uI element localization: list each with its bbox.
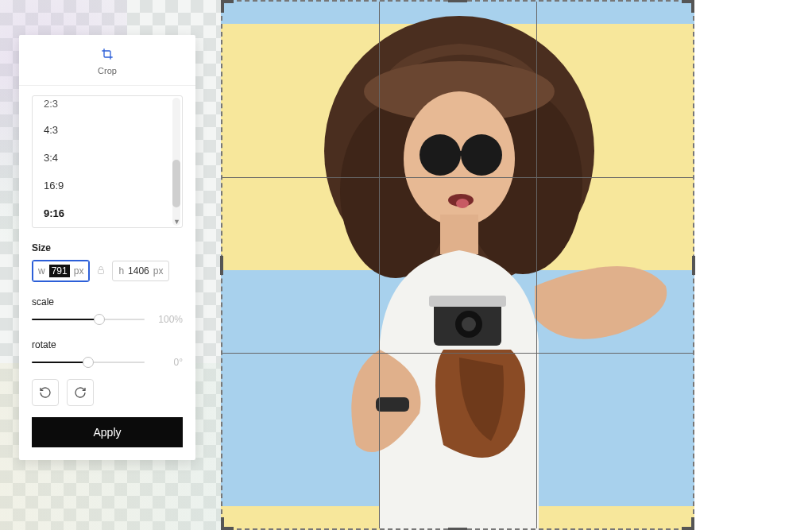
crop-rectangle[interactable] [221,0,694,530]
crop-handle-br[interactable] [682,517,694,530]
ratio-option-2-3[interactable]: 2:3 [33,96,182,116]
crop-handle-tr[interactable] [682,0,694,13]
rotate-slider[interactable]: 0° [32,357,183,368]
w-prefix: w [38,265,45,277]
grid-line-h1 [222,177,693,178]
crop-handle-l[interactable] [220,256,223,275]
svg-rect-16 [99,269,104,273]
scale-fill [32,319,99,320]
crop-stage[interactable] [221,0,694,530]
ratio-option-16-9[interactable]: 16:9 [33,172,182,199]
grid-line-h2 [222,353,693,354]
scale-slider[interactable]: 100% [32,314,183,325]
rotate-value: 0° [151,357,183,368]
rotate-ccw-button[interactable] [32,379,59,406]
ratio-option-9-16[interactable]: 9:16 [33,199,182,227]
scale-track[interactable] [32,319,145,320]
scale-value: 100% [151,314,183,325]
rotate-label: rotate [32,339,183,350]
ratio-option-4-3[interactable]: 4:3 [33,116,182,144]
scale-label: scale [32,296,183,308]
lock-icon[interactable] [96,265,106,277]
aspect-ratio-list[interactable]: ▲ 2:34:33:416:99:16 ▼ [32,95,183,228]
scroll-down-icon[interactable]: ▼ [173,218,180,226]
height-input[interactable]: h 1406 px [112,261,169,281]
w-unit: px [74,265,84,277]
rotate-track[interactable] [32,362,145,363]
grid-line-v2 [536,2,537,528]
rotate-cw-button[interactable] [67,379,94,406]
grid-line-v1 [379,2,380,528]
scrollbar-thumb[interactable] [172,160,180,207]
size-label: Size [32,242,183,253]
canvas-right-mask [694,0,812,530]
panel-body: ▲ 2:34:33:416:99:16 ▼ Size w 791 px [19,86,195,460]
ratio-option-3-4[interactable]: 3:4 [33,144,182,172]
rotate-buttons [32,379,183,406]
crop-handle-tl[interactable] [221,0,234,13]
h-prefix: h [118,265,124,277]
width-input[interactable]: w 791 px [32,260,90,282]
crop-handle-t[interactable] [448,0,467,2]
crop-editor: Crop ▲ 2:34:33:416:99:16 ▼ Size w 791 px [0,0,812,530]
height-value: 1406 [128,265,149,277]
rotate-knob[interactable] [83,357,94,368]
width-value: 791 [49,265,70,277]
crop-icon [19,48,195,63]
crop-handle-bl[interactable] [221,517,234,530]
crop-handle-r[interactable] [692,256,695,275]
rotate-fill [32,362,88,363]
size-row: w 791 px h 1406 px [32,260,183,282]
scale-knob[interactable] [94,314,105,325]
h-unit: px [153,265,164,277]
panel-title: Crop [19,66,195,75]
apply-button[interactable]: Apply [32,417,183,447]
crop-panel: Crop ▲ 2:34:33:416:99:16 ▼ Size w 791 px [19,35,195,460]
panel-header: Crop [19,35,195,86]
